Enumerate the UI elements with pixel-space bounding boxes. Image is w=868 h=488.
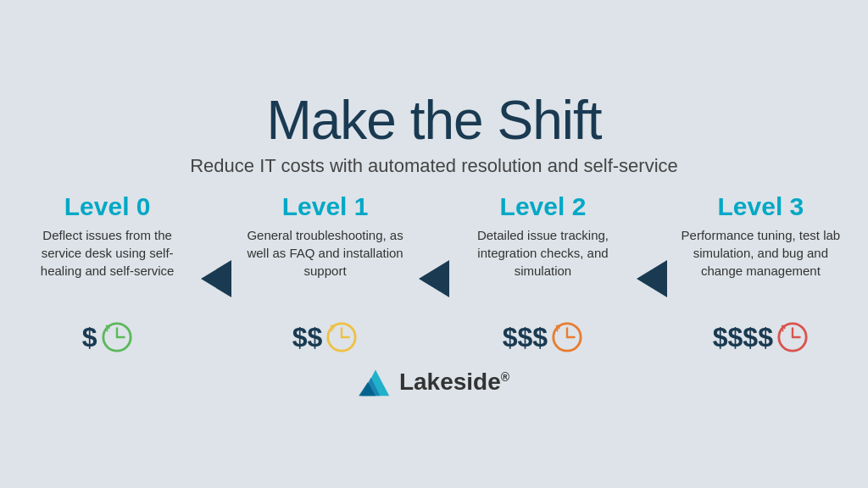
level-3-block: Level 3 Performance tuning, test lab sim…: [672, 192, 849, 353]
level-1-block: Level 1 General troubleshooting, as well…: [236, 192, 414, 353]
level-2-dollars: $$$: [503, 322, 548, 353]
level-3-cost: $$$$: [713, 321, 809, 353]
level-1-cost: $$: [292, 321, 359, 353]
level-2-cost: $$$: [503, 321, 583, 353]
arrow-left-icon-2: [419, 260, 449, 297]
arrow-2: [414, 192, 454, 297]
level-1-heading: Level 1: [282, 192, 369, 221]
page-subtitle: Reduce IT costs with automated resolutio…: [190, 155, 678, 177]
red-clock-icon: [776, 321, 809, 353]
level-0-heading: Level 0: [64, 192, 151, 221]
green-clock-icon: [101, 321, 133, 353]
orange-clock-icon: [551, 321, 583, 353]
brand-name: Lakeside®: [399, 369, 509, 396]
levels-row: Level 0 Deflect issues from the service …: [19, 192, 849, 353]
level-0-desc: Deflect issues from the service desk usi…: [19, 226, 196, 311]
level-3-dollars: $$$$: [713, 322, 773, 353]
arrow-left-icon-1: [201, 260, 231, 297]
lakeside-logo-icon: [359, 367, 392, 397]
yellow-clock-icon: [326, 321, 358, 353]
arrow-3: [632, 192, 672, 297]
level-2-heading: Level 2: [500, 192, 587, 221]
level-0-block: Level 0 Deflect issues from the service …: [19, 192, 196, 353]
main-container: Make the Shift Reduce IT costs with auto…: [19, 91, 849, 397]
trademark-symbol: ®: [501, 370, 509, 384]
arrow-1: [196, 192, 236, 297]
level-1-desc: General troubleshooting, as well as FAQ …: [236, 226, 414, 311]
level-2-block: Level 2 Detailed issue tracking, integra…: [454, 192, 632, 353]
footer: Lakeside®: [359, 367, 509, 397]
lakeside-logo: Lakeside®: [359, 367, 509, 397]
page-title: Make the Shift: [266, 91, 601, 150]
level-0-dollars: $: [82, 322, 97, 353]
arrow-left-icon-3: [637, 260, 667, 297]
level-3-heading: Level 3: [718, 192, 804, 221]
level-3-desc: Performance tuning, test lab simulation,…: [672, 226, 849, 311]
level-0-cost: $: [82, 321, 133, 353]
level-2-desc: Detailed issue tracking, integration che…: [454, 226, 632, 311]
level-1-dollars: $$: [292, 322, 323, 353]
